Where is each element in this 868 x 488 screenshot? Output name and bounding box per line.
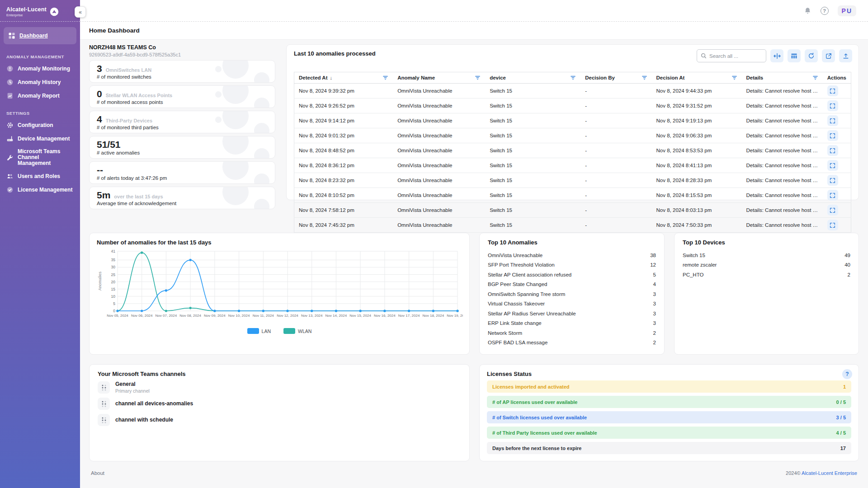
channel-item-all-devices[interactable]: channel all devices-anomalies	[98, 398, 461, 410]
sidebar-item-configuration[interactable]: Configuration	[0, 118, 80, 132]
list-item-count: 2	[848, 272, 850, 277]
cell-device: Switch 15	[485, 113, 580, 128]
cell-anomaly-name: OmniVista Unreachable	[393, 188, 485, 203]
cell-decision-at: Nov 8, 2024 8:28:33 pm	[652, 173, 742, 188]
sidebar-item-anomaly-report[interactable]: Anomaly Report	[0, 89, 80, 103]
license-value: 4 / 5	[836, 430, 846, 436]
list-item-count: 38	[650, 253, 656, 258]
cell-device: Switch 15	[485, 203, 580, 218]
sidebar-item-ms-teams-channel-management[interactable]: Microsoft Teams Channel Management	[0, 145, 80, 169]
expand-row-button[interactable]	[827, 205, 838, 216]
table-row[interactable]: Nov 8, 2024 9:01:32 pm OmniVista Unreach…	[294, 128, 851, 143]
list-item-count: 40	[844, 262, 850, 267]
filter-icon[interactable]	[731, 75, 737, 80]
expand-row-button[interactable]	[827, 220, 838, 230]
licenses-help-icon[interactable]: ?	[842, 369, 852, 379]
legend-item-lan[interactable]: LAN	[247, 328, 271, 334]
sort-descending-icon[interactable]: ↓	[330, 75, 332, 80]
legend-label: LAN	[262, 328, 271, 334]
expand-row-button[interactable]	[827, 145, 838, 156]
column-header-decision-at[interactable]: Decision At	[652, 72, 742, 84]
expand-row-button[interactable]	[827, 175, 838, 186]
column-header-details[interactable]: Details	[742, 72, 823, 84]
notifications-bell-icon[interactable]	[804, 7, 811, 15]
list-item: Stellar AP Radius Server Unreachable 3	[488, 309, 656, 319]
column-header-detected-at[interactable]: Detected At↓	[294, 72, 393, 84]
column-label: device	[490, 75, 506, 80]
filter-icon[interactable]	[812, 75, 818, 80]
table-row[interactable]: Nov 8, 2024 9:14:12 pm OmniVista Unreach…	[294, 113, 851, 128]
filter-icon[interactable]	[642, 75, 647, 80]
wlan-swatch	[283, 328, 295, 334]
list-item: SFP Port Threshold Violation 12	[488, 260, 656, 270]
help-icon[interactable]: ?	[821, 7, 829, 15]
table-row[interactable]: Nov 8, 2024 9:39:32 pm OmniVista Unreach…	[294, 84, 851, 99]
refresh-button[interactable]	[805, 49, 818, 62]
stat-card-access-points: 0Stellar WLAN Access Points # of monitor…	[89, 85, 275, 108]
sidebar-item-anomaly-monitoring[interactable]: Anomaly Monitoring	[0, 62, 80, 75]
channel-item-general[interactable]: General Primary channel	[98, 381, 461, 394]
decorative-circle	[215, 91, 222, 98]
main-area: NORZH48 MS TEAMS Co 92690523-a9df-4a59-b…	[80, 40, 868, 488]
cell-anomaly-name: OmniVista Unreachable	[393, 113, 485, 128]
filter-icon[interactable]	[382, 75, 388, 80]
stat-card-active-anomalies: 51/51 # active anomalies	[89, 136, 275, 159]
brand-name: Alcatel·Lucent	[6, 6, 47, 13]
expand-row-button[interactable]	[827, 160, 838, 171]
column-header-decision-by[interactable]: Decision By	[580, 72, 651, 84]
sidebar-item-users-and-roles[interactable]: Users and Roles	[0, 169, 80, 183]
about-link[interactable]: About	[91, 470, 104, 476]
licenses-status-title: Licenses Status	[487, 371, 851, 377]
table-row[interactable]: Nov 8, 2024 7:58:12 pm OmniVista Unreach…	[294, 203, 851, 218]
brand-link[interactable]: Alcatel-Lucent Enterprise	[802, 470, 857, 476]
export-button[interactable]	[822, 49, 835, 62]
app-root: Alcatel·Lucent Enterprise Dashboard ANOM…	[0, 0, 868, 488]
column-header-device[interactable]: device	[485, 72, 580, 84]
table-row[interactable]: Nov 8, 2024 8:36:12 pm OmniVista Unreach…	[294, 158, 851, 173]
cell-decision-by: -	[580, 203, 651, 218]
column-resize-button[interactable]	[770, 49, 783, 62]
cell-actions	[823, 113, 851, 128]
sidebar-item-license-management[interactable]: License Management	[0, 183, 80, 197]
sidebar-item-device-management[interactable]: Device Management	[0, 132, 80, 145]
sidebar-collapse-button[interactable]: «	[75, 6, 86, 18]
svg-text:30: 30	[111, 265, 116, 269]
svg-text:25: 25	[111, 272, 116, 277]
table-row[interactable]: Nov 8, 2024 8:48:52 pm OmniVista Unreach…	[294, 143, 851, 158]
license-label: Days before the next license to expire	[492, 446, 581, 451]
cell-device: Switch 15	[485, 128, 580, 143]
svg-text:Nov 08, 2024: Nov 08, 2024	[179, 314, 201, 318]
expand-row-button[interactable]	[827, 100, 838, 111]
cell-decision-by: -	[580, 84, 651, 99]
table-row[interactable]: Nov 8, 2024 8:23:32 pm OmniVista Unreach…	[294, 173, 851, 188]
cell-actions	[823, 173, 851, 188]
cell-decision-at: Nov 8, 2024 9:06:33 pm	[652, 128, 742, 143]
table-row[interactable]: Nov 8, 2024 8:10:52 pm OmniVista Unreach…	[294, 188, 851, 203]
user-avatar[interactable]: PU	[838, 5, 856, 16]
list-item-name: OSPF BAD LSA message	[488, 340, 547, 345]
search-input[interactable]	[709, 53, 761, 59]
list-item: Stellar AP Client association refused 5	[488, 270, 656, 280]
table-row[interactable]: Nov 8, 2024 7:45:32 pm OmniVista Unreach…	[294, 218, 851, 233]
chart-title: Number of anomalies for the last 15 days	[97, 239, 462, 246]
sidebar-item-dashboard[interactable]: Dashboard	[4, 27, 76, 44]
expand-row-button[interactable]	[827, 85, 838, 96]
legend-item-wlan[interactable]: WLAN	[283, 328, 311, 334]
expand-row-button[interactable]	[827, 115, 838, 126]
table-columns-button[interactable]	[788, 49, 801, 62]
channel-item-with-schedule[interactable]: channel with schedule	[98, 414, 461, 426]
list-item-name: OmniVista Unreachable	[488, 253, 542, 258]
filter-icon[interactable]	[570, 75, 576, 80]
upload-button[interactable]	[839, 49, 852, 62]
svg-text:Nov 12, 2024: Nov 12, 2024	[277, 314, 298, 318]
cell-detected-at: Nov 8, 2024 8:23:32 pm	[294, 173, 393, 188]
filter-icon[interactable]	[475, 75, 481, 80]
sidebar-item-anomaly-history[interactable]: Anomaly History	[0, 75, 80, 89]
expand-row-button[interactable]	[827, 130, 838, 141]
expand-row-button[interactable]	[827, 190, 838, 201]
column-header-anomaly-name[interactable]: Anomaly Name	[393, 72, 485, 84]
avatar-initial: P	[842, 7, 847, 14]
cell-device: Switch 15	[485, 99, 580, 113]
cell-anomaly-name: OmniVista Unreachable	[393, 99, 485, 113]
table-row[interactable]: Nov 8, 2024 9:26:52 pm OmniVista Unreach…	[294, 99, 851, 113]
